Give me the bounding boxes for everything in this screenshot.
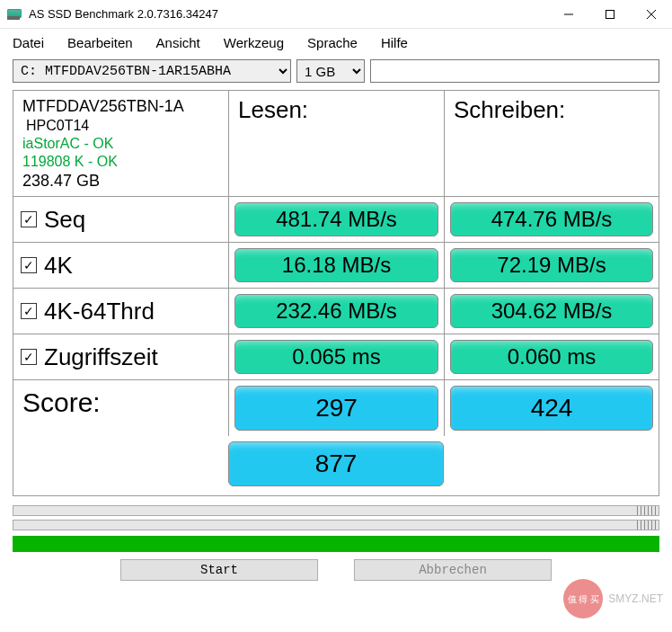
seq-write-value: 474.76 MB/s xyxy=(450,202,653,236)
score-write: 424 xyxy=(450,386,653,431)
header-read: Lesen: xyxy=(229,91,445,197)
label-seq: Seq xyxy=(44,206,85,234)
menu-werkzeug[interactable]: Werkzeug xyxy=(224,35,284,50)
close-button[interactable] xyxy=(631,0,672,29)
progress-bar-1 xyxy=(13,505,659,516)
drive-alignment-status: 119808 K - OK xyxy=(22,153,219,171)
svg-rect-1 xyxy=(606,10,615,18)
row-seq: ✓ Seq xyxy=(13,197,229,243)
score-label: Score: xyxy=(13,380,229,436)
checkbox-4k[interactable]: ✓ xyxy=(21,257,37,273)
menu-hilfe[interactable]: Hilfe xyxy=(381,35,408,50)
size-select[interactable]: 1 GB xyxy=(296,59,365,83)
start-button[interactable]: Start xyxy=(120,559,318,581)
score-total: 877 xyxy=(228,441,444,486)
maximize-button[interactable] xyxy=(589,0,631,29)
progress-bar-overall xyxy=(13,536,659,552)
row-4k64: ✓ 4K-64Thrd xyxy=(13,289,229,334)
drive-capacity: 238.47 GB xyxy=(22,171,219,191)
4k-read-value: 16.18 MB/s xyxy=(234,248,438,282)
minimize-button[interactable] xyxy=(548,0,589,29)
row-access: ✓ Zugriffszeit xyxy=(13,334,229,380)
progress-area xyxy=(13,505,659,530)
drive-model: MTFDDAV256TBN-1A xyxy=(22,96,219,117)
app-icon xyxy=(7,7,22,22)
menu-bearbeiten[interactable]: Bearbeiten xyxy=(67,35,133,50)
menu-sprache[interactable]: Sprache xyxy=(307,35,358,50)
4k64-read-value: 232.46 MB/s xyxy=(234,294,438,328)
menubar: Datei Bearbeiten Ansicht Werkzeug Sprach… xyxy=(0,29,672,56)
drive-info-cell: MTFDDAV256TBN-1A HPC0T14 iaStorAC - OK 1… xyxy=(13,91,229,197)
row-4k: ✓ 4K xyxy=(13,243,229,289)
label-access: Zugriffszeit xyxy=(44,343,158,371)
drive-select[interactable]: C: MTFDDAV256TBN-1AR15ABHA xyxy=(13,59,291,83)
abort-button: Abbrechen xyxy=(354,559,552,581)
access-write-value: 0.060 ms xyxy=(450,340,653,374)
4k64-write-value: 304.62 MB/s xyxy=(450,294,653,328)
drive-driver-status: iaStorAC - OK xyxy=(22,135,219,153)
progress-bar-2 xyxy=(13,520,659,530)
results-grid: MTFDDAV256TBN-1A HPC0T14 iaStorAC - OK 1… xyxy=(13,90,659,496)
filter-input[interactable] xyxy=(370,59,659,83)
label-4k64: 4K-64Thrd xyxy=(44,298,155,325)
checkbox-4k64[interactable]: ✓ xyxy=(21,303,37,319)
access-read-value: 0.065 ms xyxy=(234,340,438,374)
checkbox-access[interactable]: ✓ xyxy=(21,349,37,365)
header-write: Schreiben: xyxy=(445,91,659,197)
score-read: 297 xyxy=(234,386,438,431)
watermark-text: SMYZ.NET xyxy=(608,592,663,605)
label-4k: 4K xyxy=(44,252,73,280)
score-total-row: 877 xyxy=(13,436,659,495)
window-title: AS SSD Benchmark 2.0.7316.34247 xyxy=(29,7,548,21)
drive-firmware: HPC0T14 xyxy=(26,117,219,135)
watermark-logo: 值 得 买 xyxy=(563,579,603,619)
4k-write-value: 72.19 MB/s xyxy=(450,248,653,282)
menu-datei[interactable]: Datei xyxy=(13,35,44,50)
titlebar: AS SSD Benchmark 2.0.7316.34247 xyxy=(0,0,672,29)
menu-ansicht[interactable]: Ansicht xyxy=(156,35,200,50)
controls-row: C: MTFDDAV256TBN-1AR15ABHA 1 GB xyxy=(0,56,672,90)
checkbox-seq[interactable]: ✓ xyxy=(21,211,37,227)
seq-read-value: 481.74 MB/s xyxy=(234,202,438,236)
watermark: 值 得 买 SMYZ.NET xyxy=(563,579,663,619)
